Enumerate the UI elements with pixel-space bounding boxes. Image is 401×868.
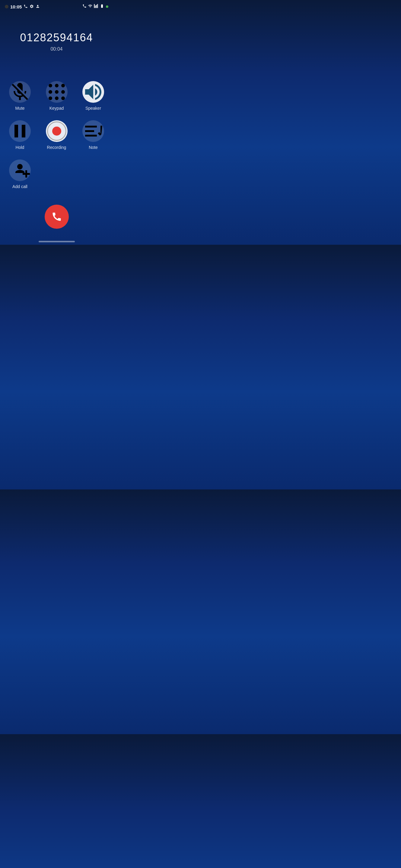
add-call-button[interactable]: Add call: [9, 159, 31, 189]
recording-label: Recording: [47, 145, 66, 150]
keypad-button-circle: [46, 81, 67, 103]
speaker-icon: [82, 81, 104, 103]
hold-button[interactable]: Hold: [9, 120, 31, 150]
status-right: [82, 4, 108, 9]
battery-icon: [99, 4, 105, 9]
call-duration: 00:04: [20, 46, 93, 52]
buttons-grid: Mute Keypad Speaker: [0, 81, 113, 198]
recording-outer-ring: [47, 121, 66, 141]
speaker-button[interactable]: Speaker: [82, 81, 104, 111]
buttons-row-1: Mute Keypad Speaker: [9, 81, 104, 111]
mute-button[interactable]: Mute: [9, 81, 31, 111]
nav-bar: [0, 241, 113, 245]
end-call-button[interactable]: [45, 205, 69, 229]
main-content: 01282594164 00:04 Mute: [0, 13, 113, 245]
camera-indicator: [5, 5, 8, 8]
mute-label: Mute: [15, 106, 24, 111]
status-bar: 10:05: [0, 0, 113, 13]
status-left: 10:05: [5, 4, 40, 9]
keypad-button[interactable]: Keypad: [46, 81, 67, 111]
hold-label: Hold: [16, 145, 24, 150]
buttons-row-3: Add call: [9, 159, 104, 189]
note-button-circle: [82, 120, 104, 142]
note-icon: [82, 120, 104, 142]
settings-status-icon: [30, 4, 34, 9]
status-time: 10:05: [10, 4, 22, 9]
mute-icon: [9, 81, 31, 103]
note-label: Note: [89, 145, 98, 150]
signal-icon: [94, 4, 98, 9]
end-call-icon: [51, 211, 62, 222]
keypad-icon: [46, 81, 67, 103]
note-button[interactable]: Note: [82, 120, 104, 150]
end-call-area: [45, 205, 69, 229]
hold-button-circle: [9, 120, 31, 142]
recording-inner-dot: [52, 127, 61, 135]
person-status-icon: [36, 4, 40, 9]
phone-area: 01282594164 00:04: [20, 31, 93, 52]
phone-number: 01282594164: [20, 31, 93, 44]
phone-active-icon: [82, 4, 87, 9]
speaker-button-circle: [82, 81, 104, 103]
mute-button-circle: [9, 81, 31, 103]
recording-button[interactable]: Recording: [46, 120, 67, 150]
add-call-label: Add call: [12, 184, 27, 189]
wifi-icon: [88, 4, 93, 9]
speaker-label: Speaker: [85, 106, 101, 111]
call-status-icon: [24, 4, 28, 9]
green-dot-indicator: [106, 5, 108, 8]
keypad-label: Keypad: [50, 106, 64, 111]
add-call-icon: [9, 159, 31, 181]
add-call-button-circle: [9, 159, 31, 181]
nav-indicator: [39, 241, 75, 242]
hold-icon: [9, 120, 31, 142]
buttons-row-2: Hold Recording Note: [9, 120, 104, 150]
recording-button-circle: [46, 120, 67, 142]
